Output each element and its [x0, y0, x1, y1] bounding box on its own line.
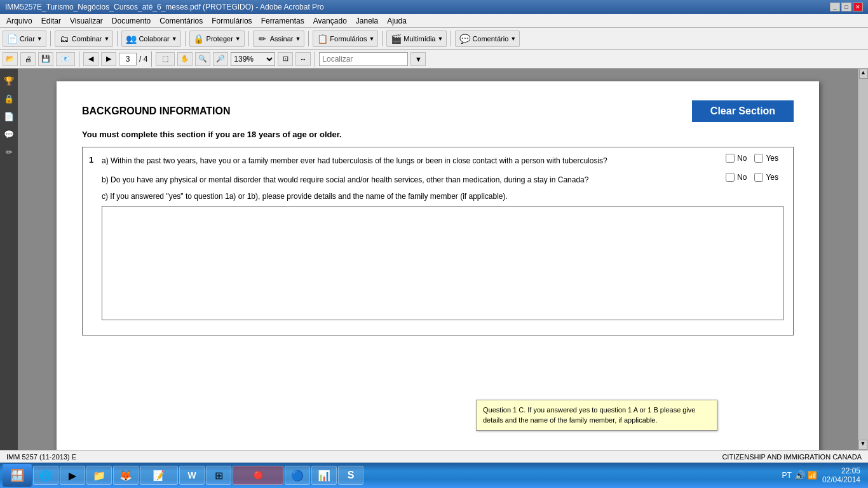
taskbar-word-button[interactable]: W	[179, 466, 205, 485]
hand-tool-button[interactable]: ✋	[177, 52, 193, 66]
menu-janela[interactable]: Janela	[352, 15, 382, 27]
proteger-button[interactable]: 🔒 Proteger ▼	[189, 30, 245, 47]
fit-width-button[interactable]: ↔	[295, 52, 311, 66]
scroll-down-button[interactable]: ▼	[858, 440, 867, 450]
question-1a-no-label: No	[737, 154, 747, 163]
nav-sep-2	[151, 51, 152, 67]
page-separator: / 4	[139, 55, 147, 64]
menu-formularios[interactable]: Formulários	[208, 15, 255, 27]
prev-page-button[interactable]: ◀	[83, 52, 98, 66]
taskbar-calc-button[interactable]: 📊	[311, 466, 337, 485]
search-input[interactable]	[319, 52, 408, 66]
colaborar-button[interactable]: 👥 Colaborar ▼	[121, 30, 180, 47]
zoom-in-button[interactable]: 🔎	[213, 52, 228, 66]
formularios-button[interactable]: 📋 Formulários ▼	[313, 30, 378, 47]
separator-1	[50, 31, 51, 46]
sidebar-edit-icon[interactable]: ✏	[2, 145, 16, 159]
right-scrollbar[interactable]: ▲ ▼	[858, 69, 868, 450]
ie-icon: 🌐	[38, 468, 53, 483]
question-number: 1	[89, 155, 102, 165]
left-sidebar: 🏆 🔒 📄 💬 ✏	[0, 69, 18, 450]
fit-page-button[interactable]: ⊡	[278, 52, 293, 66]
sidebar-bookmark-icon[interactable]: 🏆	[2, 74, 16, 88]
page-number-input[interactable]: 3	[119, 53, 137, 65]
taskbar-tray: PT 🔊 📶	[782, 470, 817, 480]
question-1a-row: a) Within the past two years, have you o…	[102, 154, 783, 166]
separator-4	[248, 31, 249, 46]
clear-section-button[interactable]: Clear Section	[692, 100, 794, 122]
section-subtitle: You must complete this section if you ar…	[82, 130, 794, 139]
app-body: 🏆 🔒 📄 💬 ✏ BACKGROUND INFORMATION Clear S…	[0, 69, 868, 450]
maximize-button[interactable]: □	[841, 3, 851, 11]
zoom-select[interactable]: 139% 100% 75% 150%	[231, 52, 275, 66]
menu-avancado[interactable]: Avançado	[309, 15, 351, 27]
taskbar-sound-icon[interactable]: 🔊	[794, 470, 805, 480]
taskbar-skype-button[interactable]: S	[338, 466, 363, 485]
question-1a-yes-label: Yes	[766, 154, 778, 163]
menu-visualizar[interactable]: Visualizar	[66, 15, 107, 27]
question-1-row: 1 a) Within the past two years, have you…	[89, 154, 787, 322]
taskbar-folder-button[interactable]: 📁	[86, 466, 112, 485]
email-button[interactable]: 📧	[56, 52, 75, 66]
taskbar-chrome-button[interactable]: 🔵	[285, 466, 310, 485]
menu-editar[interactable]: Editar	[37, 15, 65, 27]
footer-text: CITIZENSHIP AND IMMIGRATION CANADA	[654, 449, 794, 450]
question-1a-no-checkbox[interactable]	[726, 154, 735, 163]
next-page-button[interactable]: ▶	[101, 52, 116, 66]
print-button[interactable]: 🖨	[20, 52, 36, 66]
taskbar-postit-button[interactable]: 📝	[140, 466, 178, 485]
taskbar-language: PT	[782, 471, 792, 480]
question-1c-textarea[interactable]	[102, 206, 783, 320]
windows-icon: 🪟	[10, 468, 24, 482]
question-1b-yes-checkbox[interactable]	[754, 173, 763, 182]
question-1b-row: b) Do you have any physical or mental di…	[102, 173, 783, 186]
menu-ajuda[interactable]: Ajuda	[383, 15, 410, 27]
calc-icon: 📊	[316, 468, 332, 483]
multimidia-icon: 🎬	[390, 33, 402, 44]
tooltip-text: Question 1 C. If you answered yes to que…	[483, 406, 695, 423]
question-1c-text: c) If you answered "yes" to question 1a)…	[102, 192, 783, 201]
criar-button[interactable]: 📄 Criar ▼	[3, 30, 46, 47]
nav-sep-1	[79, 51, 79, 67]
separator-5	[308, 31, 309, 46]
menu-comentarios[interactable]: Comentários	[156, 15, 207, 27]
sidebar-lock-icon[interactable]: 🔒	[2, 92, 16, 105]
taskbar-ie-button[interactable]: 🌐	[33, 466, 58, 485]
question-1b-no-checkbox[interactable]	[726, 173, 735, 182]
taskbar-clock[interactable]: 22:05 02/04/2014	[822, 466, 865, 484]
taskbar-metro-button[interactable]: ⊞	[206, 466, 231, 485]
zoom-out-button[interactable]: 🔍	[195, 52, 210, 66]
question-1b-no-label: No	[737, 173, 747, 182]
comentario-button[interactable]: 💬 Comentário ▼	[455, 30, 520, 47]
taskbar-acrobat-button[interactable]: 🔴	[233, 466, 283, 485]
scroll-up-button[interactable]: ▲	[859, 69, 868, 79]
skype-icon: S	[343, 468, 358, 483]
media-icon: ▶	[65, 468, 80, 483]
formularios-icon: 📋	[316, 33, 328, 44]
combinar-button[interactable]: 🗂 Combinar ▼	[55, 30, 114, 47]
menu-arquivo[interactable]: Arquivo	[3, 15, 36, 27]
question-1b-text: b) Do you have any physical or mental di…	[102, 173, 719, 186]
menu-ferramentas[interactable]: Ferramentas	[257, 15, 308, 27]
select-tool-button[interactable]: ⬚	[156, 52, 175, 66]
start-button[interactable]: 🪟	[3, 464, 32, 487]
title-bar: IMM5257E_Turismo_Negócios_Cursos_até_6_m…	[0, 0, 868, 14]
search-dropdown-button[interactable]: ▼	[410, 52, 426, 66]
close-button[interactable]: ✕	[853, 3, 863, 11]
question-1a-yes-checkbox[interactable]	[754, 154, 763, 163]
menu-documento[interactable]: Documento	[108, 15, 154, 27]
window-controls: _ □ ✕	[830, 3, 863, 11]
multimidia-button[interactable]: 🎬 Multimídia ▼	[386, 30, 447, 47]
save-button[interactable]: 💾	[38, 52, 53, 66]
assinar-button[interactable]: ✏ Assinar ▼	[253, 30, 305, 47]
sidebar-comment-icon[interactable]: 💬	[2, 127, 16, 141]
criar-icon: 📄	[6, 33, 18, 44]
window-title: IMM5257E_Turismo_Negócios_Cursos_até_6_m…	[5, 3, 324, 11]
taskbar-media-button[interactable]: ▶	[60, 466, 85, 485]
sidebar-pages-icon[interactable]: 📄	[2, 109, 16, 123]
open-file-button[interactable]: 📂	[3, 52, 18, 66]
acrobat-icon: 🔴	[250, 468, 266, 483]
taskbar-firefox-button[interactable]: 🦊	[113, 466, 139, 485]
combinar-icon: 🗂	[58, 33, 70, 44]
minimize-button[interactable]: _	[830, 3, 840, 11]
